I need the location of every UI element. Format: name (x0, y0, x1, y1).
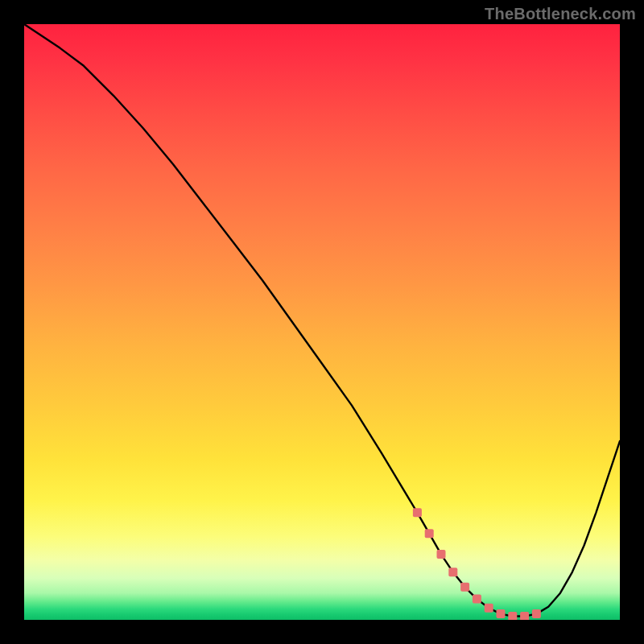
optimal-marker (448, 568, 457, 576)
plot-overlay (24, 24, 620, 620)
optimal-marker (508, 612, 517, 620)
optimal-marker (437, 550, 446, 559)
optimal-marker (425, 529, 434, 538)
plot-area (24, 24, 620, 620)
bottleneck-curve (24, 24, 620, 617)
optimal-marker (485, 604, 493, 613)
watermark-text: TheBottleneck.com (485, 5, 636, 23)
optimal-marker (473, 595, 481, 604)
optimal-zone-markers (413, 508, 541, 620)
optimal-marker (520, 612, 529, 620)
optimal-marker (413, 508, 422, 517)
optimal-marker (460, 583, 469, 592)
optimal-marker (497, 609, 506, 618)
chart-frame: TheBottleneck.com (0, 0, 644, 644)
optimal-marker (532, 609, 541, 618)
